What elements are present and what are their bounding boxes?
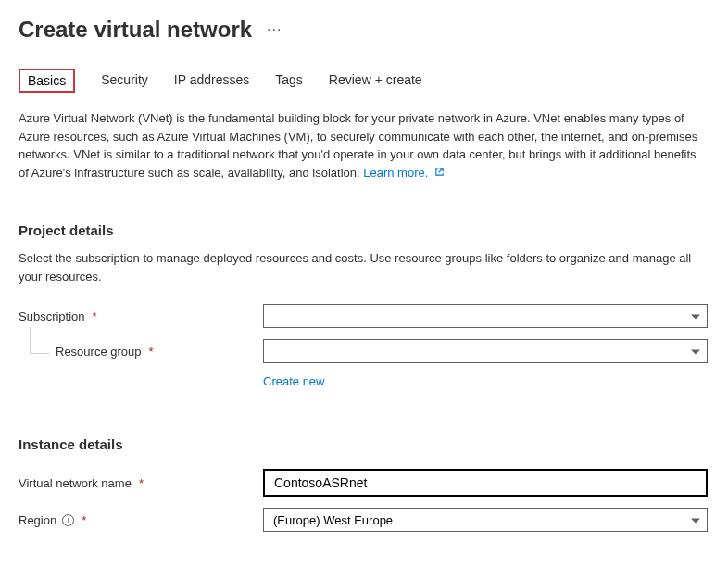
learn-more-link[interactable]: Learn more. — [363, 166, 445, 180]
required-indicator: * — [139, 476, 144, 490]
vnet-name-label: Virtual network name* — [19, 476, 263, 490]
section-project-title: Project details — [19, 222, 709, 238]
info-icon[interactable]: i — [62, 514, 74, 526]
vnet-name-input[interactable] — [263, 469, 708, 497]
required-indicator: * — [149, 345, 154, 359]
learn-more-label: Learn more. — [363, 166, 428, 180]
tab-review-create[interactable]: Review + create — [329, 69, 422, 93]
required-indicator: * — [82, 513, 86, 527]
region-label: Region i * — [19, 513, 263, 527]
tab-tags[interactable]: Tags — [275, 69, 303, 93]
vnet-name-label-text: Virtual network name — [19, 476, 132, 490]
page-title: Create virtual network — [19, 17, 252, 43]
subscription-select[interactable] — [263, 304, 708, 328]
subscription-label-text: Subscription — [19, 309, 85, 323]
subscription-label: Subscription* — [19, 309, 263, 323]
create-new-link[interactable]: Create new — [263, 374, 324, 388]
resource-group-select[interactable] — [263, 339, 708, 363]
region-select[interactable] — [263, 508, 708, 532]
intro-text: Azure Virtual Network (VNet) is the fund… — [19, 111, 697, 180]
more-actions-icon[interactable]: ··· — [267, 21, 282, 38]
section-project-subtext: Select the subscription to manage deploy… — [19, 249, 709, 285]
required-indicator: * — [93, 309, 97, 323]
resource-group-label-text: Resource group — [56, 345, 142, 359]
section-instance-title: Instance details — [19, 436, 709, 452]
tab-security[interactable]: Security — [101, 69, 148, 93]
external-link-icon — [434, 164, 445, 183]
resource-group-label: Resource group* — [19, 345, 263, 359]
tab-bar: Basics Security IP addresses Tags Review… — [19, 69, 709, 93]
region-label-text: Region — [19, 513, 56, 527]
tab-basics[interactable]: Basics — [19, 69, 75, 93]
intro-description: Azure Virtual Network (VNet) is the fund… — [19, 109, 709, 182]
tab-ip-addresses[interactable]: IP addresses — [174, 69, 249, 93]
